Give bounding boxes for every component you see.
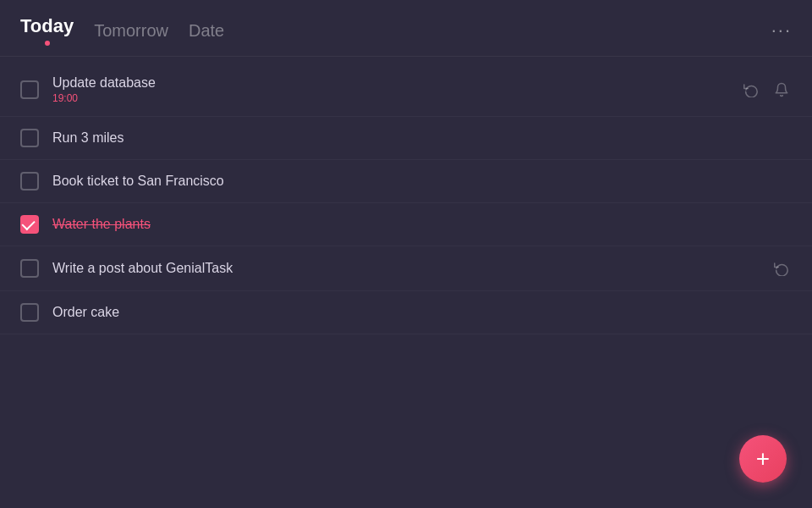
task-content-6: Order cake bbox=[52, 305, 792, 320]
refresh-icon[interactable] bbox=[771, 258, 792, 279]
task-checkbox-5[interactable] bbox=[20, 259, 39, 278]
task-list: Update database 19:00 Run 3 miles Book t… bbox=[0, 57, 812, 341]
task-title-3: Book ticket to San Francisco bbox=[52, 174, 792, 189]
task-row: Update database 19:00 bbox=[0, 64, 812, 117]
task-row: Water the plants bbox=[0, 203, 812, 246]
task-content-5: Write a post about GenialTask bbox=[52, 261, 771, 276]
task-row: Run 3 miles bbox=[0, 117, 812, 160]
task-checkbox-6[interactable] bbox=[20, 303, 39, 322]
nav-dot-today bbox=[45, 41, 50, 46]
task-content-1: Update database 19:00 bbox=[52, 75, 741, 104]
task-checkbox-2[interactable] bbox=[20, 129, 39, 147]
task-row: Order cake bbox=[0, 291, 812, 334]
task-title-2: Run 3 miles bbox=[52, 130, 792, 146]
task-actions-1 bbox=[741, 80, 792, 100]
nav-item-date[interactable]: Date bbox=[189, 21, 224, 41]
task-title-5: Write a post about GenialTask bbox=[52, 261, 771, 276]
task-row: Write a post about GenialTask bbox=[0, 246, 812, 291]
add-task-button[interactable]: + bbox=[739, 435, 787, 483]
header: Today Tomorrow Date ··· bbox=[0, 0, 812, 57]
task-content-4: Water the plants bbox=[52, 217, 792, 232]
more-menu-button[interactable]: ··· bbox=[771, 19, 792, 41]
nav-item-today[interactable]: Today bbox=[20, 15, 74, 46]
task-time-1: 19:00 bbox=[52, 92, 741, 104]
task-checkbox-4[interactable] bbox=[20, 215, 39, 234]
task-row: Book ticket to San Francisco bbox=[0, 160, 812, 203]
task-checkbox-1[interactable] bbox=[20, 80, 39, 99]
nav-label-today: Today bbox=[20, 15, 74, 37]
nav-item-tomorrow[interactable]: Tomorrow bbox=[94, 21, 168, 41]
task-content-2: Run 3 miles bbox=[52, 130, 792, 146]
task-title-6: Order cake bbox=[52, 305, 792, 320]
bell-icon[interactable] bbox=[771, 80, 792, 100]
nav-label-tomorrow: Tomorrow bbox=[94, 21, 168, 41]
task-checkbox-3[interactable] bbox=[20, 172, 39, 190]
task-actions-5 bbox=[771, 258, 792, 279]
nav-label-date: Date bbox=[189, 21, 224, 41]
task-title-1: Update database bbox=[52, 75, 741, 91]
task-content-3: Book ticket to San Francisco bbox=[52, 174, 792, 189]
header-nav: Today Tomorrow Date bbox=[20, 15, 224, 46]
task-title-4: Water the plants bbox=[52, 217, 792, 232]
refresh-icon[interactable] bbox=[741, 80, 761, 100]
